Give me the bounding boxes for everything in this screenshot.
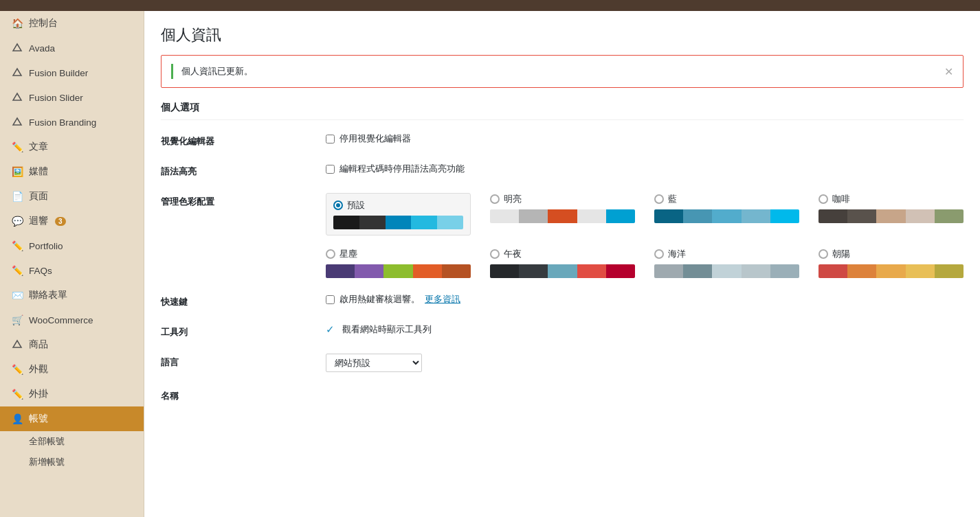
fusion-branding-icon: [11, 116, 23, 128]
visual-editor-row: 視覺化編輯器 停用視覺化編輯器: [161, 133, 964, 148]
color-scheme-radio-light[interactable]: [490, 194, 500, 204]
plugins-icon: ✏️: [11, 388, 23, 400]
color-scheme-header-stardust: 星塵: [326, 248, 471, 260]
color-scheme-preview-sunrise: [818, 264, 964, 278]
color-scheme-label-light: 明亮: [504, 193, 522, 205]
color-scheme-label-blue: 藍: [668, 193, 677, 205]
shortcuts-checkbox-text: 啟用熱鍵審核迴響。: [339, 293, 420, 306]
svg-marker-3: [13, 118, 21, 125]
color-scheme-header-light: 明亮: [490, 193, 635, 205]
visual-editor-checkbox[interactable]: [326, 135, 335, 143]
sidebar-item-dashboard[interactable]: 🏠 控制台: [0, 11, 144, 36]
sidebar-item-label: 外掛: [29, 388, 48, 400]
sidebar-item-articles[interactable]: ✏️ 文章: [0, 135, 144, 159]
color-scheme-control: 預設明亮藍咖啡星塵午夜海洋朝陽: [326, 193, 964, 278]
sidebar-item-appearance[interactable]: ✏️ 外觀: [0, 357, 144, 382]
color-scheme-label-default: 預設: [347, 199, 365, 211]
sidebar-item-label: 文章: [29, 141, 48, 153]
color-scheme-sunrise[interactable]: 朝陽: [818, 248, 964, 278]
top-bar: [0, 0, 980, 11]
color-scheme-label-midnight: 午夜: [504, 248, 522, 260]
color-scheme-label-stardust: 星塵: [339, 248, 357, 260]
sidebar-item-faqs[interactable]: ✏️ FAQs: [0, 258, 144, 283]
color-scheme-radio-blue[interactable]: [654, 194, 664, 204]
sidebar-item-media[interactable]: 🖼️ 媒體: [0, 159, 144, 184]
color-scheme-light[interactable]: 明亮: [490, 193, 635, 235]
alert-close-button[interactable]: ✕: [944, 65, 953, 78]
color-scheme-radio-sunrise[interactable]: [818, 249, 828, 259]
sidebar-item-products[interactable]: 商品: [0, 332, 144, 357]
sidebar-item-label: 頁面: [29, 190, 48, 203]
sidebar: 🏠 控制台 Avada Fusion Builder Fusion Slid: [0, 11, 144, 517]
sidebar-item-avada[interactable]: Avada: [0, 36, 144, 60]
color-scheme-header-midnight: 午夜: [490, 248, 635, 260]
sidebar-item-label: WooCommerce: [29, 315, 93, 325]
shortcuts-more-info-link[interactable]: 更多資訊: [425, 293, 460, 306]
color-scheme-header-coffee: 咖啡: [818, 193, 964, 205]
media-icon: 🖼️: [11, 165, 23, 178]
fusion-slider-icon: [11, 91, 23, 104]
avada-icon: [11, 42, 23, 54]
toolbar-checkbox-label[interactable]: ✓ 觀看網站時顯示工具列: [326, 323, 964, 336]
sidebar-item-label: 媒體: [29, 165, 48, 178]
shortcuts-checkbox[interactable]: [326, 295, 335, 304]
sidebar-sub-add-account[interactable]: 新增帳號: [0, 452, 144, 472]
sidebar-item-fusion-slider[interactable]: Fusion Slider: [0, 85, 144, 110]
toolbar-label: 工具列: [161, 323, 312, 338]
faqs-icon: ✏️: [11, 264, 23, 277]
shortcuts-label: 快速鍵: [161, 293, 312, 308]
shortcuts-checkbox-label[interactable]: 啟用熱鍵審核迴響。 更多資訊: [326, 293, 964, 306]
sidebar-item-fusion-builder[interactable]: Fusion Builder: [0, 60, 144, 85]
svg-marker-1: [13, 69, 21, 76]
color-scheme-grid: 預設明亮藍咖啡星塵午夜海洋朝陽: [326, 193, 964, 278]
sidebar-item-label: 商品: [29, 338, 48, 351]
color-scheme-label-coffee: 咖啡: [832, 193, 850, 205]
sidebar-item-pages[interactable]: 📄 頁面: [0, 184, 144, 209]
color-scheme-radio-coffee[interactable]: [818, 194, 828, 204]
sidebar-sub-all-accounts[interactable]: 全部帳號: [0, 431, 144, 452]
color-scheme-blue[interactable]: 藍: [654, 193, 799, 235]
shortcuts-row: 快速鍵 啟用熱鍵審核迴響。 更多資訊: [161, 293, 964, 308]
sidebar-item-accounts[interactable]: 👤 帳號: [0, 406, 144, 431]
visual-editor-control: 停用視覺化編輯器: [326, 133, 964, 145]
syntax-highlight-checkbox-label[interactable]: 編輯程式碼時停用語法高亮功能: [326, 163, 964, 175]
visual-editor-label: 視覺化編輯器: [161, 133, 312, 148]
appearance-icon: ✏️: [11, 363, 23, 376]
color-scheme-ocean[interactable]: 海洋: [654, 248, 799, 278]
color-scheme-radio-default[interactable]: [333, 200, 343, 210]
fusion-builder-icon: [11, 67, 23, 79]
color-scheme-stardust[interactable]: 星塵: [326, 248, 471, 278]
page-title: 個人資訊: [161, 25, 964, 45]
sidebar-item-portfolio[interactable]: ✏️ Portfolio: [0, 233, 144, 258]
woocommerce-icon: 🛒: [11, 314, 23, 326]
color-scheme-radio-stardust[interactable]: [326, 249, 335, 259]
visual-editor-checkbox-label[interactable]: 停用視覺化編輯器: [326, 133, 964, 145]
comments-badge: 3: [55, 217, 66, 226]
color-scheme-default[interactable]: 預設: [326, 193, 471, 235]
sidebar-item-plugins[interactable]: ✏️ 外掛: [0, 382, 144, 406]
sidebar-item-woocommerce[interactable]: 🛒 WooCommerce: [0, 308, 144, 332]
syntax-highlight-row: 語法高亮 編輯程式碼時停用語法高亮功能: [161, 163, 964, 178]
language-select[interactable]: 網站預設: [326, 354, 422, 372]
name-row: 名稱: [161, 387, 964, 402]
syntax-highlight-label: 語法高亮: [161, 163, 312, 178]
color-scheme-label-sunrise: 朝陽: [832, 248, 850, 260]
accounts-icon: 👤: [11, 413, 23, 425]
color-scheme-midnight[interactable]: 午夜: [490, 248, 635, 278]
sidebar-item-label: 帳號: [29, 413, 48, 425]
portfolio-icon: ✏️: [11, 240, 23, 252]
color-scheme-radio-ocean[interactable]: [654, 249, 664, 259]
color-scheme-preview-light: [490, 209, 635, 223]
alert-box: 個人資訊已更新。 ✕: [161, 55, 964, 88]
color-scheme-radio-midnight[interactable]: [490, 249, 500, 259]
color-scheme-coffee[interactable]: 咖啡: [818, 193, 964, 235]
sidebar-item-comments[interactable]: 💬 迴響 3: [0, 209, 144, 233]
syntax-highlight-checkbox[interactable]: [326, 165, 335, 174]
sidebar-item-fusion-branding[interactable]: Fusion Branding: [0, 110, 144, 135]
language-label: 語言: [161, 354, 312, 369]
color-scheme-label: 管理色彩配置: [161, 193, 312, 208]
svg-marker-2: [13, 93, 21, 100]
toolbar-checkbox-text: 觀看網站時顯示工具列: [342, 323, 432, 336]
main-content: 個人資訊 個人資訊已更新。 ✕ 個人選項 視覺化編輯器 停用視覺化編輯器: [144, 11, 980, 517]
sidebar-item-contact[interactable]: ✉️ 聯絡表單: [0, 283, 144, 308]
